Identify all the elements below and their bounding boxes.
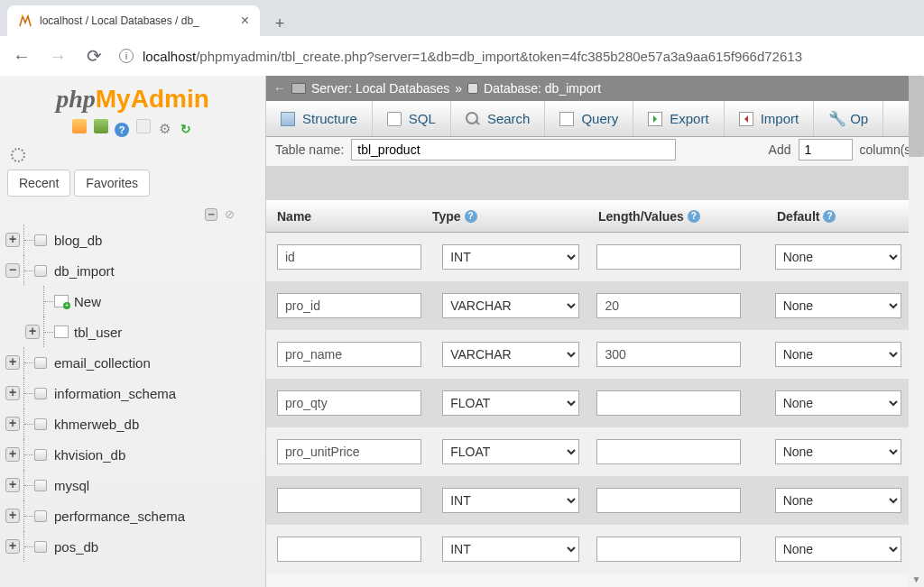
expand-icon[interactable]: + <box>5 509 20 523</box>
nav-reload-icon[interactable]: ⟳ <box>83 45 105 67</box>
column-length-input[interactable] <box>596 293 741 318</box>
db-tree: +blog_db−db_import+New+tbl_user+email_co… <box>5 225 260 562</box>
column-type-select[interactable]: FLOAT <box>442 390 579 416</box>
tree-item-label[interactable]: khmerweb_db <box>54 417 139 432</box>
expand-icon[interactable]: + <box>5 355 20 370</box>
column-name-input[interactable] <box>277 244 421 270</box>
column-name-input[interactable] <box>277 293 421 318</box>
column-default-select[interactable]: None <box>775 244 901 270</box>
recent-button[interactable]: Recent <box>7 170 70 197</box>
link-icon[interactable]: ⊘ <box>225 207 235 221</box>
tree-item[interactable]: +khvision_db <box>5 439 260 470</box>
column-type-select[interactable]: INT <box>442 488 579 513</box>
tree-item[interactable]: +performance_schema <box>5 500 260 531</box>
tree-item-label[interactable]: khvision_db <box>54 447 125 463</box>
collapse-all-icon[interactable]: − <box>205 208 217 221</box>
column-length-input[interactable] <box>596 342 741 367</box>
tab-structure[interactable]: Structure <box>266 101 373 136</box>
expand-icon[interactable]: + <box>5 447 20 462</box>
query-icon <box>559 112 574 126</box>
tab-operations[interactable]: 🔧Op <box>814 101 883 136</box>
help-icon[interactable]: ? <box>823 210 836 223</box>
database-icon <box>34 417 49 430</box>
vertical-scrollbar[interactable]: ▼ <box>909 76 924 587</box>
phpmyadmin-logo[interactable]: phpMyAdmin <box>5 79 260 115</box>
tree-item-label[interactable]: tbl_user <box>74 325 122 340</box>
column-default-select[interactable]: None <box>775 537 901 562</box>
breadcrumb-database[interactable]: Database: db_import <box>484 81 601 96</box>
home-icon[interactable] <box>72 119 87 133</box>
tree-item-label[interactable]: blog_db <box>54 233 102 248</box>
tab-export[interactable]: Export <box>633 101 724 136</box>
column-default-select[interactable]: None <box>775 342 901 367</box>
column-type-select[interactable]: INT <box>442 244 579 270</box>
help-icon[interactable]: ? <box>465 210 477 223</box>
add-columns-input[interactable] <box>799 139 853 161</box>
column-default-select[interactable]: None <box>775 439 901 464</box>
tree-item[interactable]: +mysql <box>5 470 260 500</box>
column-name-input[interactable] <box>277 390 421 416</box>
reload-nav-icon[interactable]: ↻ <box>179 122 193 136</box>
tab-import[interactable]: Import <box>725 101 815 136</box>
logout-icon[interactable] <box>94 119 108 133</box>
tab-search[interactable]: Search <box>451 101 546 136</box>
url-field[interactable]: i localhost/phpmyadmin/tbl_create.php?se… <box>119 49 913 64</box>
expand-icon[interactable]: + <box>5 539 20 554</box>
docs-icon[interactable]: ? <box>115 123 129 137</box>
column-default-select[interactable]: None <box>775 390 901 416</box>
tree-item-label[interactable]: mysql <box>54 478 89 493</box>
table-name-input[interactable] <box>351 139 676 161</box>
favorites-button[interactable]: Favorites <box>74 170 150 197</box>
tree-item[interactable]: +khmerweb_db <box>5 408 260 439</box>
expand-icon[interactable]: + <box>5 233 20 247</box>
browser-tab[interactable]: localhost / Local Databases / db_ × <box>7 5 260 36</box>
tree-item-label[interactable]: performance_schema <box>54 509 185 524</box>
column-name-input[interactable] <box>277 488 421 513</box>
site-info-icon[interactable]: i <box>119 49 134 63</box>
expand-icon[interactable]: + <box>25 325 40 339</box>
tree-item[interactable]: +pos_db <box>5 531 260 562</box>
tab-close-icon[interactable]: × <box>241 13 249 29</box>
column-length-input[interactable] <box>596 537 741 562</box>
tab-query[interactable]: Query <box>545 101 633 136</box>
breadcrumb-back-icon[interactable]: ← <box>273 81 286 96</box>
column-name-input[interactable] <box>277 537 421 562</box>
breadcrumb-server[interactable]: Server: Local Databases <box>311 81 449 96</box>
tree-item[interactable]: +tbl_user <box>5 316 260 347</box>
header-length: Length/Values? <box>598 209 777 224</box>
tree-item[interactable]: +email_collection <box>5 347 260 378</box>
column-type-select[interactable]: VARCHAR <box>442 342 579 367</box>
column-length-input[interactable] <box>596 390 741 416</box>
scrollbar-thumb[interactable] <box>909 76 924 157</box>
tree-item-label[interactable]: email_collection <box>54 355 151 371</box>
tree-item-label[interactable]: db_import <box>54 263 115 279</box>
column-type-select[interactable]: VARCHAR <box>442 293 579 318</box>
column-default-select[interactable]: None <box>775 293 901 318</box>
settings-icon[interactable]: ⚙ <box>157 122 171 136</box>
column-type-select[interactable]: FLOAT <box>442 439 579 464</box>
expand-icon[interactable]: + <box>5 478 20 492</box>
tree-item[interactable]: +New <box>5 286 260 316</box>
tree-item-label[interactable]: information_schema <box>54 386 176 401</box>
tree-item[interactable]: −db_import <box>5 255 260 286</box>
column-name-input[interactable] <box>277 439 421 464</box>
scrollbar-down-icon[interactable]: ▼ <box>909 572 924 587</box>
tree-item[interactable]: +information_schema <box>5 378 260 408</box>
sql-docs-icon[interactable] <box>136 119 151 133</box>
help-icon[interactable]: ? <box>688 210 700 223</box>
new-tab-button[interactable]: + <box>267 11 292 36</box>
column-length-input[interactable] <box>596 439 741 464</box>
column-default-select[interactable]: None <box>775 488 901 513</box>
tree-item[interactable]: +blog_db <box>5 225 260 255</box>
tab-sql[interactable]: SQL <box>373 101 451 136</box>
tree-item-label[interactable]: pos_db <box>54 539 98 555</box>
column-name-input[interactable] <box>277 342 421 367</box>
column-type-select[interactable]: INT <box>442 537 579 562</box>
column-length-input[interactable] <box>596 488 741 513</box>
expand-icon[interactable]: − <box>5 263 20 278</box>
nav-back-icon[interactable]: ← <box>11 46 32 67</box>
expand-icon[interactable]: + <box>5 417 20 431</box>
expand-icon[interactable]: + <box>5 386 20 400</box>
column-length-input[interactable] <box>596 244 741 270</box>
tree-item-label[interactable]: New <box>74 294 101 309</box>
